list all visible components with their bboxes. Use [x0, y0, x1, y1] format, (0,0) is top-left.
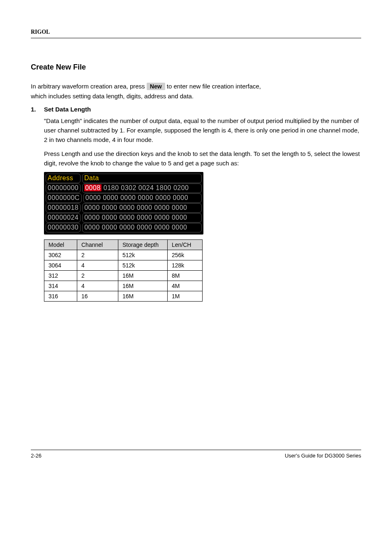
intro-text-pre: In arbitrary waveform creation area, pre…: [31, 83, 147, 90]
intro-text-line2: which includes setting data length, digi…: [31, 93, 194, 100]
cell-model: 3064: [44, 260, 77, 271]
screenshot-highlight: 0008: [84, 184, 101, 191]
cell-storage: 16M: [118, 291, 168, 302]
cell-storage: 16M: [118, 271, 168, 281]
screenshot-addr-cell: 0000000C: [46, 193, 82, 203]
spec-th-storage: Storage depth: [118, 240, 168, 250]
cell-channel: 2: [77, 250, 118, 260]
intro-paragraph: In arbitrary waveform creation area, pre…: [31, 81, 361, 101]
spec-th-channel: Channel: [77, 240, 118, 250]
spec-th-len: Len/CH: [168, 240, 203, 250]
cell-len: 128k: [168, 260, 203, 271]
step1-para2: Press Length and use the direction keys …: [44, 149, 361, 168]
cell-channel: 4: [77, 281, 118, 291]
spec-table: Model Channel Storage depth Len/CH 3062 …: [44, 239, 203, 302]
table-row: 3062 2 512k 256k: [44, 250, 203, 260]
cell-model: 312: [44, 271, 77, 281]
screenshot-data-cell: 0000 0000 0000 0000 0000 0000: [82, 213, 202, 223]
cell-len: 1M: [168, 291, 203, 302]
screenshot-addr-header: Address: [46, 174, 81, 183]
step-title-1: Set Data Length: [44, 106, 91, 113]
table-row: 316 16 16M 1M: [44, 291, 203, 302]
screenshot-addr-cell: 00000030: [46, 223, 81, 232]
cell-channel: 16: [77, 291, 118, 302]
screenshot-data-cell: 0008 0180 0302 0024 1800 0200: [82, 183, 202, 193]
memory-screenshot: Address Data 00000000 0008 0180 0302 002…: [44, 172, 203, 235]
footer-doc-title: User's Guide for DG3000 Series: [285, 453, 361, 459]
page-number: 2-26: [31, 453, 42, 459]
page-footer: 2-26 User's Guide for DG3000 Series: [31, 450, 361, 459]
screenshot-addr-cell: 00000024: [46, 213, 81, 223]
screenshot-data-rest: 0180 0302 0024 1800 0200: [101, 184, 189, 191]
screenshot-data-cell: 0000 0000 0000 0000 0000 0000: [83, 193, 202, 203]
cell-channel: 2: [77, 271, 118, 281]
spec-th-model: Model: [44, 240, 77, 250]
cell-channel: 4: [77, 260, 118, 271]
screenshot-addr-cell: 00000018: [46, 203, 81, 213]
table-row: 312 2 16M 8M: [44, 271, 203, 281]
step1-para1: "Data Length" indicates the number of ou…: [44, 116, 361, 145]
table-row: 3064 4 512k 128k: [44, 260, 203, 271]
cell-model: 314: [44, 281, 77, 291]
screenshot-data-cell: 0000 0000 0000 0000 0000 0000: [82, 203, 202, 213]
cell-model: 3062: [44, 250, 77, 260]
new-softkey: New: [147, 83, 165, 90]
cell-model: 316: [44, 291, 77, 302]
cell-len: 8M: [168, 271, 203, 281]
screenshot-data-header: Data: [82, 174, 202, 183]
cell-storage: 16M: [118, 281, 168, 291]
table-row: 314 4 16M 4M: [44, 281, 203, 291]
section-title: Create New File: [31, 63, 361, 72]
cell-len: 256k: [168, 250, 203, 260]
cell-storage: 512k: [118, 260, 168, 271]
screenshot-addr-cell: 00000000: [46, 183, 81, 193]
intro-text-post: to enter new file creation interface,: [167, 83, 261, 90]
screenshot-data-cell: 0000 0000 0000 0000 0000 0000: [82, 223, 202, 232]
cell-storage: 512k: [118, 250, 168, 260]
step-number-1: 1.: [31, 106, 40, 113]
header-brand: RIGOL: [31, 29, 361, 38]
cell-len: 4M: [168, 281, 203, 291]
